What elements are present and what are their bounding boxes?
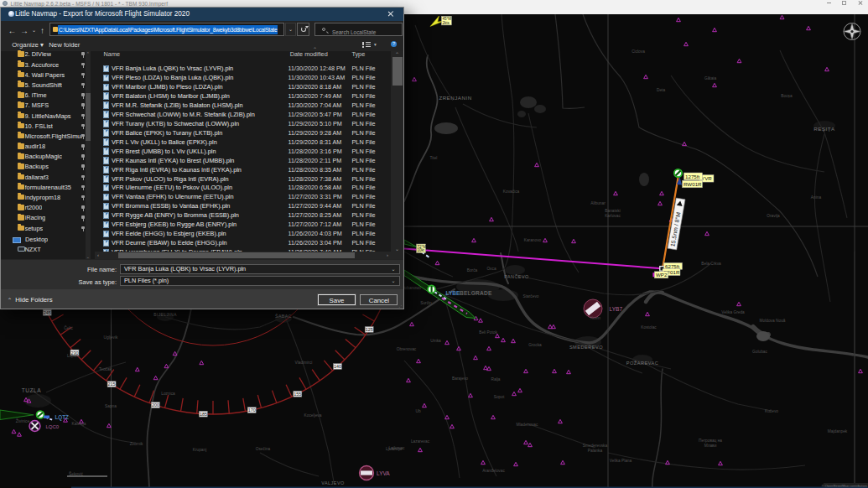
svg-text:155: 155 [294,392,301,397]
svg-text:VALJEVO: VALJEVO [321,480,344,485]
svg-text:170: 170 [248,408,256,413]
svg-text:Ralja: Ralja [491,377,501,382]
svg-text:Млави: Млави [704,444,717,448]
svg-text:Palanka: Palanka [588,449,603,453]
svg-text:Karanovo: Karanovo [524,238,542,242]
svg-text:Anina: Anina [811,195,822,200]
svg-text:Koceljeva: Koceljeva [304,413,322,418]
svg-text:Zvornik: Zvornik [130,442,143,446]
svg-text:Ciclova: Ciclova [632,49,645,54]
svg-text:Mladenovac: Mladenovac [517,423,538,427]
svg-text:Ljubovija: Ljubovija [386,447,402,451]
svg-text:215: 215 [108,382,116,387]
svg-text:Kovačica: Kovačica [503,189,520,194]
svg-text:Bela Crkva: Bela Crkva [701,262,721,266]
svg-text:TUZLA: TUZLA [22,387,41,393]
svg-text:ŠABAC: ŠABAC [275,314,292,319]
svg-text:Loznica: Loznica [161,392,175,396]
svg-text:Grocka: Grocka [528,343,542,347]
svg-text:Velika Greda: Velika Greda [721,310,745,314]
svg-text:Sapna: Sapna [105,404,117,408]
svg-text:10kt: 10kt [418,248,425,252]
svg-text:REŞIŢA: REŞIŢA [813,126,835,132]
svg-text:Kučevo: Kučevo [765,409,778,413]
svg-text:Živinice: Živinice [16,418,30,423]
svg-text:Šeković: Šeković [69,471,83,476]
svg-text:Oraviţa: Oraviţa [767,214,780,218]
svg-text:LYB7: LYB7 [610,306,623,312]
svg-text:Smederevska: Smederevska [583,444,608,448]
svg-text:Beli Potok: Beli Potok [479,330,497,335]
svg-text:LYVA: LYVA [377,470,390,476]
svg-text:185: 185 [200,412,207,417]
svg-text:Kalesija: Kalesija [72,422,86,426]
svg-text:Osečina: Osečina [256,447,271,451]
svg-text:Majdanpek: Majdanpek [828,429,848,433]
svg-text:LQC0: LQC0 [46,424,60,429]
svg-text:Gătaia: Gătaia [704,76,716,80]
svg-text:200: 200 [152,402,159,408]
svg-text:Titel: Titel [430,156,438,160]
svg-text:Barajevo: Barajevo [452,376,468,381]
svg-text:LQTZ: LQTZ [55,414,69,421]
svg-text:ZRENJANIN: ZRENJANIN [439,95,471,101]
svg-text:Ugljevik: Ugljevik [104,335,118,340]
svg-text:Bocșa: Bocșa [781,94,793,98]
svg-text:Петровац на: Петровац на [699,439,722,443]
svg-text:Obrenovac: Obrenovac [397,347,417,351]
svg-text:Dobanovci: Dobanovci [402,286,421,290]
svg-text:140: 140 [334,364,341,369]
svg-text:125: 125 [366,327,373,332]
svg-text:Ub: Ub [415,409,420,413]
svg-text:Vladimirci: Vladimirci [295,361,313,365]
svg-text:Starčevo: Starčevo [523,294,539,299]
svg-text:Kostolac: Kostolac [641,325,657,330]
svg-text:Lopare: Lopare [67,354,80,358]
svg-text:WP2: WP2 [656,272,668,278]
svg-text:Surčin: Surčin [420,301,432,305]
svg-text:LYBE: LYBE [446,290,461,296]
svg-text:Ovca: Ovca [486,267,496,271]
svg-text:YVR: YVR [701,175,712,181]
svg-text:Teočak: Teočak [99,367,112,371]
svg-text:Borča: Borča [467,268,478,273]
svg-text:Moldova Nouă: Moldova Nouă [760,319,786,323]
svg-text:BELGRADE: BELGRADE [460,290,492,296]
svg-text:Alibunar: Alibunar [590,201,606,205]
svg-text:Velika Plana: Velika Plana [610,459,632,463]
svg-text:Deta: Deta [657,88,665,92]
svg-text:Aranđelovac: Aranđelovac [482,469,505,473]
svg-text:PANČEVO: PANČEVO [504,274,528,279]
svg-text:Golubac: Golubac [752,350,767,354]
svg-text:Lazarevac: Lazarevac [411,439,430,444]
svg-text:Sopot: Sopot [494,395,505,399]
svg-text:6275ft: 6275ft [665,263,679,269]
svg-text:SMEDEREVO: SMEDEREVO [569,345,603,350]
svg-text:Čelić: Čelić [64,325,73,330]
svg-text:RW01R: RW01R [683,181,702,187]
svg-text:Umka: Umka [430,339,441,343]
svg-text:1275ft: 1275ft [685,174,699,179]
svg-text:Karlovac: Karlovac [605,214,621,218]
svg-text:2kts: 2kts [443,21,450,25]
svg-text:Banatski: Banatski [605,209,620,213]
svg-text:245: 245 [44,310,51,315]
svg-text:Kovin: Kovin [590,316,600,320]
svg-text:Krupanj: Krupanj [193,448,207,452]
svg-text:POŽAREVAC: POŽAREVAC [626,360,659,366]
svg-text:BIJELJINA: BIJELJINA [153,313,177,317]
